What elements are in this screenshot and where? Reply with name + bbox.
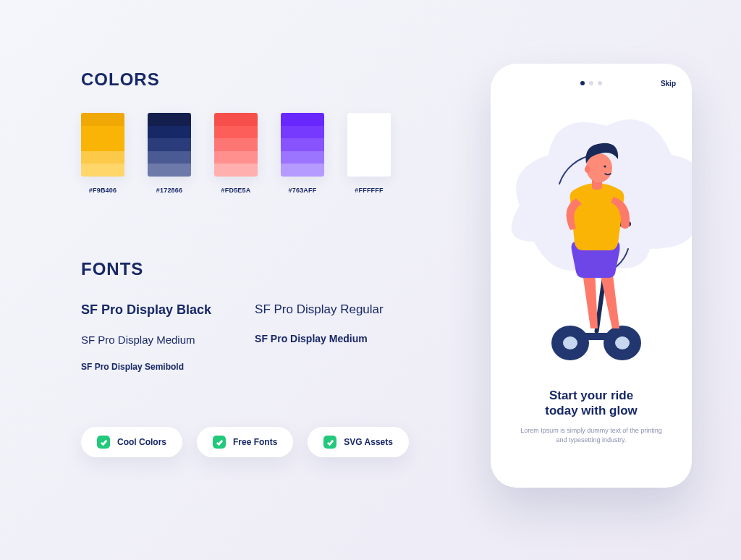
- color-swatch: #172866: [148, 113, 191, 194]
- shade: [281, 113, 324, 126]
- hex-label: #FFFFFF: [355, 187, 383, 194]
- onboarding-illustration: [491, 97, 692, 372]
- swatch-bands: [214, 113, 258, 177]
- swatch-bands: [347, 113, 391, 177]
- check-icon: [213, 436, 226, 449]
- font-sample: SF Pro Display Black: [81, 302, 211, 318]
- shade: [214, 113, 258, 126]
- hex-label: #FD5E5A: [221, 187, 251, 194]
- shade: [148, 138, 191, 151]
- onboarding-title: Start your ride today with glow: [517, 388, 666, 419]
- shade: [148, 126, 191, 139]
- svg-point-11: [604, 165, 606, 167]
- shade: [214, 164, 258, 177]
- svg-rect-4: [577, 333, 615, 340]
- hex-label: #F9B406: [89, 187, 117, 194]
- fonts-heading: FONTS: [81, 259, 450, 279]
- swatch-bands: [81, 113, 124, 177]
- fonts-col-right: SF Pro Display Regular SF Pro Display Me…: [255, 302, 384, 372]
- shade: [347, 151, 391, 164]
- fonts-col-left: SF Pro Display Black SF Pro Display Medi…: [81, 302, 211, 372]
- hex-label: #172866: [156, 187, 182, 194]
- shade: [281, 138, 324, 151]
- page-dot[interactable]: [589, 81, 593, 85]
- shade: [281, 151, 324, 164]
- shade: [347, 126, 391, 139]
- font-sample: SF Pro Display Medium: [81, 334, 211, 346]
- svg-point-10: [585, 166, 590, 173]
- page-dot[interactable]: [580, 81, 585, 85]
- check-icon: [97, 436, 110, 449]
- onboarding-copy: Start your ride today with glow Lorem Ip…: [491, 388, 692, 445]
- shade: [81, 164, 124, 177]
- shade: [81, 126, 124, 139]
- svg-point-7: [621, 220, 630, 229]
- color-swatch: #FFFFFF: [347, 113, 391, 194]
- shade: [347, 138, 391, 151]
- shade: [214, 138, 258, 151]
- shade: [148, 151, 191, 164]
- shade: [148, 113, 191, 126]
- shade: [347, 113, 391, 126]
- hex-label: #763AFF: [289, 187, 317, 194]
- feature-pill: Free Fonts: [197, 427, 293, 457]
- svg-point-2: [563, 336, 577, 349]
- check-icon: [323, 436, 336, 449]
- pill-label: Cool Colors: [117, 437, 166, 447]
- onboarding-subtitle: Lorem Ipsum is simply dummy text of the …: [517, 426, 666, 445]
- shade: [214, 151, 258, 164]
- page-dot[interactable]: [598, 81, 602, 85]
- skip-button[interactable]: Skip: [661, 80, 676, 88]
- phone-mockup: Skip: [491, 64, 692, 488]
- pill-label: SVG Assets: [344, 437, 393, 447]
- shade: [281, 164, 324, 177]
- shade: [347, 164, 391, 177]
- fonts-grid: SF Pro Display Black SF Pro Display Medi…: [81, 302, 450, 372]
- font-sample: SF Pro Display Regular: [255, 302, 384, 317]
- shade: [81, 113, 124, 126]
- feature-pill: SVG Assets: [308, 427, 409, 457]
- feature-pill: Cool Colors: [81, 427, 182, 457]
- colors-heading: COLORS: [81, 69, 450, 90]
- shade: [214, 126, 258, 139]
- shade: [81, 138, 124, 151]
- color-swatch: #FD5E5A: [214, 113, 258, 194]
- color-swatch: #F9B406: [81, 113, 124, 194]
- shade: [281, 126, 324, 139]
- color-swatch: #763AFF: [281, 113, 324, 194]
- svg-point-3: [615, 336, 630, 349]
- font-sample: SF Pro Display Semibold: [81, 362, 211, 372]
- swatch-bands: [148, 113, 191, 177]
- font-sample: SF Pro Display Medium: [255, 333, 384, 344]
- feature-pills: Cool Colors Free Fonts SVG Assets: [81, 427, 450, 457]
- color-swatches: #F9B406 #172866 #FD5E5A: [81, 113, 450, 194]
- pill-label: Free Fonts: [233, 437, 277, 447]
- shade: [148, 164, 191, 177]
- swatch-bands: [281, 113, 324, 177]
- shade: [81, 151, 124, 164]
